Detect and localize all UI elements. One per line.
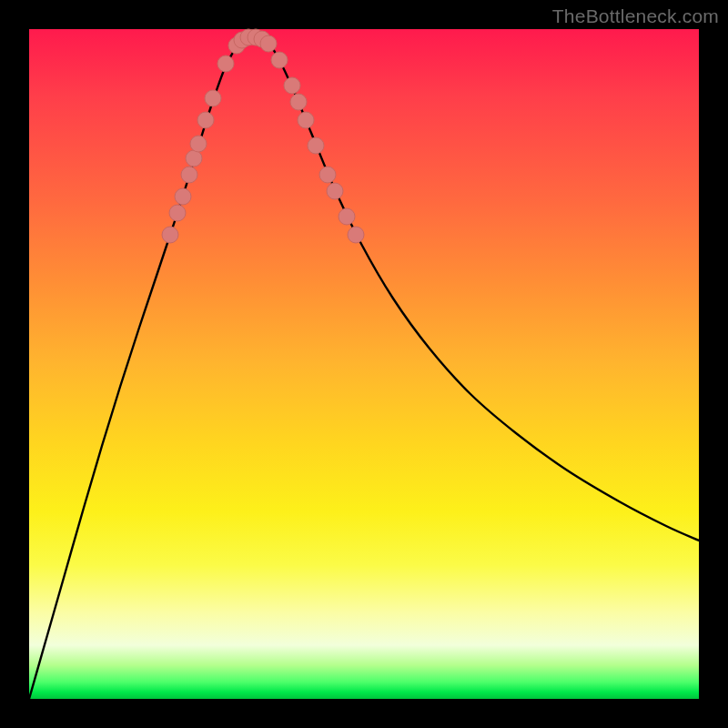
curve-dot xyxy=(348,227,364,243)
curve-dot xyxy=(327,183,343,199)
viewport-frame: TheBottleneck.com xyxy=(0,0,728,728)
curve-dots xyxy=(162,29,364,243)
curve-dot xyxy=(162,227,178,243)
curve-dot xyxy=(271,52,288,68)
plot-area xyxy=(29,29,699,699)
curve-dot xyxy=(186,150,202,167)
curve-dot xyxy=(319,167,336,183)
curve-dot xyxy=(260,35,277,52)
curve-dot xyxy=(169,205,186,221)
curve-dot xyxy=(197,112,214,128)
curve-dot xyxy=(308,137,324,154)
curve-dot xyxy=(217,56,234,72)
curve-dot xyxy=(190,136,207,152)
curve-dot xyxy=(290,94,307,110)
curve-dot xyxy=(339,208,355,225)
curve-dot xyxy=(298,112,314,128)
curve-dot xyxy=(284,77,300,94)
chart-svg xyxy=(29,29,699,699)
bottleneck-curve xyxy=(29,36,699,699)
curve-dot xyxy=(181,167,197,183)
curve-dot xyxy=(175,188,191,205)
curve-dot xyxy=(205,90,221,106)
watermark-text: TheBottleneck.com xyxy=(552,5,719,27)
